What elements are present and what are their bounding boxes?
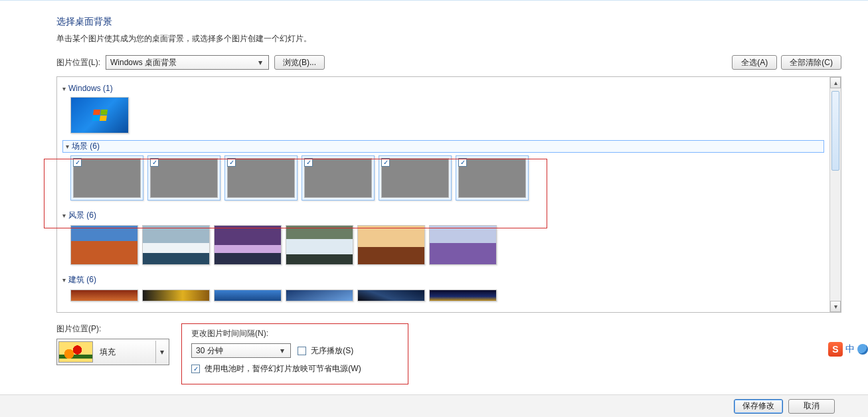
location-select-value: Windows 桌面背景 [110, 57, 177, 68]
wallpaper-thumb[interactable] [142, 290, 210, 301]
checkbox-icon[interactable]: ✓ [150, 158, 159, 167]
cancel-button[interactable]: 取消 [788, 399, 835, 414]
collapse-icon: ▾ [62, 212, 66, 219]
save-button[interactable]: 保存修改 [734, 399, 783, 414]
wallpaper-thumb[interactable]: ✓ [379, 155, 452, 201]
browse-button-label: 浏览(B)... [283, 57, 316, 68]
interval-value: 30 分钟 [196, 345, 223, 357]
page-title: 选择桌面背景 [56, 16, 841, 28]
group-header-windows[interactable]: ▾ Windows (1) [62, 81, 824, 97]
browse-button[interactable]: 浏览(B)... [274, 55, 325, 70]
save-button-label: 保存修改 [742, 400, 774, 412]
page-subtitle: 单击某个图片使其成为您的桌面背景，或选择多个图片创建一个幻灯片。 [56, 33, 841, 44]
scroll-down-button[interactable]: ▾ [830, 301, 841, 312]
interval-section: 更改图片时间间隔(N): 30 分钟 ▾ 无序播放(S) ✓ 使用电池时，暂停幻… [181, 323, 408, 384]
battery-label: 使用电池时，暂停幻灯片放映可节省电源(W) [205, 364, 361, 373]
collapse-icon: ▾ [62, 276, 66, 284]
wallpaper-thumb[interactable] [70, 225, 138, 265]
interval-select[interactable]: 30 分钟 ▾ [191, 343, 291, 358]
scroll-up-button[interactable]: ▴ [830, 77, 841, 88]
cancel-button-label: 取消 [804, 400, 820, 412]
wallpaper-thumb[interactable]: ✓ [147, 155, 220, 201]
gallery-scroll-area[interactable]: ▾ Windows (1) ▾ 场景 (6) ✓ ✓ ✓ ✓ [57, 77, 829, 312]
wallpaper-thumb[interactable]: ✓ [224, 155, 298, 201]
group-header-architecture[interactable]: ▾ 建筑 (6) [62, 272, 824, 290]
group-label: Windows (1) [68, 84, 113, 93]
collapse-icon: ▾ [66, 143, 69, 150]
wallpaper-gallery: ▾ Windows (1) ▾ 场景 (6) ✓ ✓ ✓ ✓ [56, 76, 841, 313]
checkbox-icon[interactable]: ✓ [381, 158, 390, 167]
group-label: 场景 (6) [72, 141, 100, 152]
scrollbar-track[interactable] [830, 88, 841, 301]
wallpaper-thumb[interactable] [429, 225, 497, 265]
thumbs-scene: ✓ ✓ ✓ ✓ ✓ ✓ [62, 155, 824, 207]
wallpaper-thumb-windows-default[interactable] [70, 97, 129, 133]
picture-position-value: 填充 [93, 347, 155, 358]
checkbox-icon[interactable]: ✓ [458, 158, 467, 167]
wallpaper-thumb[interactable]: ✓ [70, 155, 143, 201]
chevron-down-icon: ▾ [277, 346, 288, 355]
picture-position-label: 图片位置(P): [56, 323, 169, 335]
windows-logo-icon [92, 110, 107, 121]
clear-all-button[interactable]: 全部清除(C) [781, 55, 841, 70]
group-header-landscape[interactable]: ▾ 风景 (6) [62, 207, 824, 225]
checkbox-icon[interactable]: ✓ [304, 158, 313, 167]
page: 选择桌面背景 单击某个图片使其成为您的桌面背景，或选择多个图片创建一个幻灯片。 … [0, 0, 868, 417]
wallpaper-thumb[interactable] [357, 290, 425, 301]
wallpaper-thumb[interactable] [214, 290, 282, 301]
ime-indicator[interactable]: S 中 [828, 342, 868, 357]
wallpaper-thumb[interactable] [357, 225, 425, 265]
wallpaper-thumb[interactable] [286, 290, 353, 301]
wallpaper-thumb[interactable]: ✓ [456, 155, 529, 201]
bottom-controls: 图片位置(P): 填充 ▾ 更改图片时间间隔(N): 30 分钟 ▾ 无序播放(… [56, 323, 408, 384]
vertical-scrollbar[interactable]: ▴ ▾ [829, 77, 841, 312]
battery-checkbox-row[interactable]: ✓ 使用电池时，暂停幻灯片放映可节省电源(W) [191, 364, 361, 373]
shuffle-checkbox-row[interactable]: 无序播放(S) [298, 345, 353, 357]
wallpaper-thumb[interactable] [142, 225, 210, 265]
thumbs-architecture [62, 290, 824, 308]
content-area: 选择桌面背景 单击某个图片使其成为您的桌面背景，或选择多个图片创建一个幻灯片。 … [56, 16, 841, 313]
wallpaper-thumb[interactable] [286, 225, 353, 265]
picture-position-section: 图片位置(P): 填充 ▾ [56, 323, 169, 365]
thumbs-landscape [62, 225, 824, 272]
interval-label: 更改图片时间间隔(N): [191, 328, 361, 339]
ime-mode-icon[interactable] [857, 344, 868, 355]
location-select[interactable]: Windows 桌面背景 ▾ [106, 55, 269, 70]
ime-sogou-icon[interactable]: S [828, 342, 843, 357]
group-label: 建筑 (6) [68, 274, 96, 286]
wallpaper-thumb[interactable] [70, 290, 138, 301]
clear-all-label: 全部清除(C) [790, 57, 833, 68]
window-top-border [0, 0, 868, 1]
group-label: 风景 (6) [68, 210, 96, 221]
picture-position-preview-icon [58, 341, 93, 363]
wallpaper-thumb[interactable] [429, 290, 497, 301]
checkbox-icon[interactable]: ✓ [227, 158, 236, 167]
group-header-scene[interactable]: ▾ 场景 (6) [62, 140, 824, 153]
checkbox-icon[interactable]: ✓ [73, 158, 82, 167]
shuffle-label: 无序播放(S) [311, 346, 353, 355]
chevron-down-icon: ▾ [255, 58, 266, 67]
shuffle-checkbox[interactable] [298, 347, 306, 355]
collapse-icon: ▾ [62, 85, 66, 92]
ime-language-label[interactable]: 中 [844, 343, 856, 355]
selection-buttons: 全选(A) 全部清除(C) [732, 55, 841, 70]
location-label: 图片位置(L): [56, 57, 100, 68]
chevron-down-icon: ▾ [155, 341, 167, 363]
wallpaper-thumb[interactable]: ✓ [302, 155, 375, 201]
battery-checkbox[interactable]: ✓ [191, 365, 200, 373]
location-row: 图片位置(L): Windows 桌面背景 ▾ 浏览(B)... 全选(A) 全… [56, 55, 841, 70]
wallpaper-thumb[interactable] [214, 225, 282, 265]
scrollbar-thumb[interactable] [831, 91, 839, 171]
select-all-label: 全选(A) [741, 57, 768, 68]
picture-position-select[interactable]: 填充 ▾ [56, 339, 169, 365]
thumbs-windows [62, 97, 824, 140]
footer-bar: 保存修改 取消 [0, 394, 868, 417]
select-all-button[interactable]: 全选(A) [732, 55, 777, 70]
